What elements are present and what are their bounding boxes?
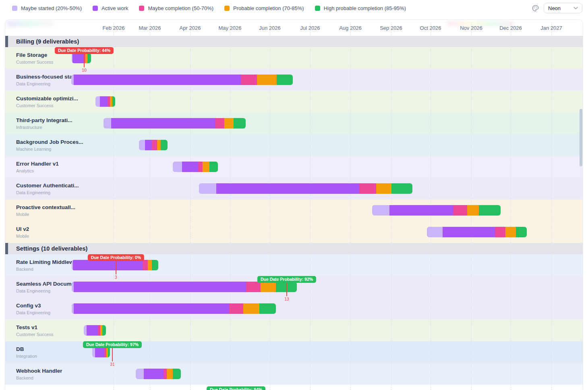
due-marker-line: [112, 347, 113, 361]
theme-controls: Neon: [531, 3, 582, 13]
bar-segment-active: [87, 325, 98, 336]
task-team-label: Data Engineering: [16, 190, 50, 195]
bar-segment-maybe_started: [173, 162, 182, 172]
bar-segment-high_probable: [259, 303, 276, 314]
section-header: Billing (9 deliverables): [5, 36, 583, 47]
legend-item: Probable completion (70-85%): [224, 5, 304, 11]
theme-select-value: Neon: [548, 5, 561, 11]
month-label: Jun 2026: [259, 25, 281, 31]
bar-segment-maybe_completion: [359, 183, 376, 194]
bar-segment-active: [216, 183, 359, 194]
bar-segment-active: [182, 162, 198, 172]
due-tooltip-clipped: Due Date Probability: 94%: [207, 386, 265, 390]
bar-segment-maybe_completion: [246, 282, 261, 292]
gantt-bar[interactable]: [72, 53, 91, 63]
bar-segment-probable_completion: [148, 260, 152, 270]
month-label: Mar 2026: [139, 25, 161, 31]
gantt-bar[interactable]: [104, 118, 246, 129]
bar-segment-high_probable: [152, 260, 158, 270]
bar-segment-maybe_started: [136, 369, 144, 379]
gantt-bar[interactable]: [72, 260, 158, 270]
legend-item: Active work: [93, 5, 128, 11]
section-header: Settings (10 deliverables): [5, 243, 583, 254]
task-row[interactable]: Tests v1Customer Success: [5, 319, 583, 341]
gantt-bar[interactable]: [199, 183, 412, 194]
due-tooltip: Due Date Probability: 97%: [83, 341, 142, 348]
gantt-bar[interactable]: [72, 303, 276, 314]
gantt-bar[interactable]: [427, 227, 527, 237]
bar-segment-active: [95, 347, 104, 357]
task-team-label: Machine Learning: [16, 147, 51, 151]
bar-segment-maybe_started: [104, 118, 111, 129]
task-row[interactable]: Proactive contextuall...Mobile: [5, 199, 583, 221]
due-day-label: 13: [284, 297, 289, 301]
task-row[interactable]: UI v2Mobile: [5, 221, 583, 243]
bar-segment-maybe_started: [199, 183, 216, 194]
task-row[interactable]: Business-focused stab...Data Engineering: [5, 69, 583, 91]
due-tooltip: Due Date Probability: 92%: [257, 276, 316, 283]
task-row[interactable]: Background Job Proces...Machine Learning: [5, 134, 583, 156]
task-team-label: Customer Success: [16, 332, 53, 337]
gantt-bar[interactable]: [72, 282, 297, 292]
month-label: Nov 2026: [460, 25, 482, 31]
gantt-bar[interactable]: [136, 369, 181, 379]
gantt-bar[interactable]: [139, 140, 168, 150]
bar-segment-probable_completion: [257, 75, 277, 85]
chevron-down-icon: [574, 7, 578, 10]
task-team-label: Backend: [16, 375, 33, 380]
legend-label: High probable completion (85-95%): [324, 5, 406, 11]
gantt-bar[interactable]: [84, 325, 106, 336]
vertical-scrollbar-thumb[interactable]: [580, 109, 582, 166]
bar-segment-high_probable: [234, 118, 246, 129]
task-row[interactable]: DBIntegrationDue Date Probability: 97%31: [5, 341, 583, 363]
due-marker-line: [286, 282, 287, 296]
palette-icon[interactable]: [531, 4, 539, 12]
month-label: Apr 2026: [180, 25, 201, 31]
gantt-bar[interactable]: [92, 347, 110, 357]
due-tooltip: Due Date Probability: 44%: [55, 47, 114, 54]
due-marker-line: [84, 53, 85, 67]
theme-select[interactable]: Neon: [544, 3, 582, 13]
task-name: File Storage: [16, 52, 47, 58]
bar-segment-high_probable: [479, 205, 501, 216]
gantt-bar[interactable]: [173, 162, 218, 172]
task-row[interactable]: Error Handler v1Analytics: [5, 156, 583, 178]
gantt-bar[interactable]: [71, 75, 293, 85]
month-label: May 2026: [218, 25, 241, 31]
timeline-header: Feb 2026Mar 2026Apr 2026May 2026Jun 2026…: [5, 20, 583, 36]
month-label: Oct 2026: [420, 25, 441, 31]
task-row[interactable]: Seamless API Document...Data Engineering…: [5, 276, 583, 298]
task-name: UI v2: [16, 226, 29, 232]
gantt-bar[interactable]: [372, 205, 501, 216]
bar-segment-active: [111, 118, 215, 129]
top-bar: Maybe started (20%-50%)Active workMaybe …: [0, 0, 588, 16]
task-row[interactable]: Rate Limiting Middlew...BackendDue Date …: [5, 254, 583, 276]
task-team-label: Mobile: [16, 234, 29, 239]
bar-segment-maybe_completion: [229, 303, 243, 314]
gantt-panel: Feb 2026Mar 2026Apr 2026May 2026Jun 2026…: [5, 19, 583, 390]
task-row[interactable]: File StorageCustomer SuccessDue Date Pro…: [5, 47, 583, 69]
bar-segment-high_probable: [112, 96, 115, 107]
bar-segment-maybe_started: [84, 325, 87, 336]
section-title: Settings (10 deliverables): [16, 245, 87, 252]
bar-segment-high_probable: [87, 53, 91, 63]
bar-segment-active: [389, 205, 453, 216]
bar-segment-high_probable: [516, 227, 527, 237]
bar-segment-maybe_completion: [495, 227, 505, 237]
month-label: Jan 2027: [540, 25, 562, 31]
task-row[interactable]: Third-party Integrati...Infrastructure: [5, 112, 583, 134]
bar-segment-maybe_started: [427, 227, 443, 237]
task-name: Background Job Proces...: [16, 139, 83, 145]
month-label: Aug 2026: [339, 25, 362, 31]
task-row[interactable]: Webhook HandlerBackend: [5, 363, 583, 385]
bar-segment-active: [145, 140, 152, 150]
task-name: Customer Authenticati...: [16, 183, 79, 189]
task-team-label: Data Engineering: [16, 288, 50, 293]
task-row[interactable]: Customizable optimizi...Customer Success: [5, 91, 583, 112]
task-name: Tests v1: [16, 324, 37, 330]
gantt-bar[interactable]: [95, 96, 115, 107]
task-row[interactable]: Customer Authenticati...Data Engineering: [5, 178, 583, 199]
task-row[interactable]: Config v3Data Engineering: [5, 298, 583, 319]
bar-segment-active: [74, 75, 241, 85]
task-name: Rate Limiting Middlew...: [16, 259, 78, 265]
